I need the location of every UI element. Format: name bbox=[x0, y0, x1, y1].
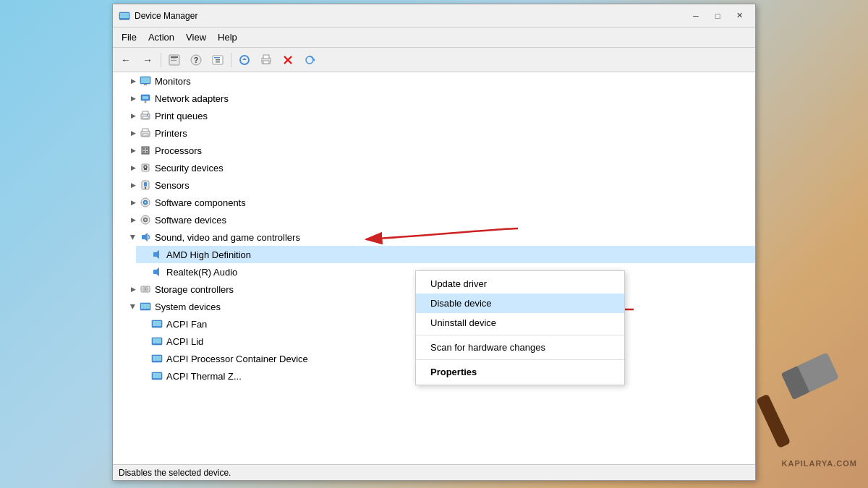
network-label: Network adapters bbox=[155, 93, 229, 104]
status-text: Disables the selected device. bbox=[119, 468, 231, 478]
menu-action[interactable]: Action bbox=[142, 30, 180, 45]
processors-icon bbox=[139, 144, 152, 157]
amd-label: AMD High Definition bbox=[166, 249, 251, 260]
tree-item-sensors[interactable]: ▶ Sensors bbox=[124, 176, 755, 194]
tree-item-printers[interactable]: ▶ Printers bbox=[124, 124, 755, 142]
svg-marker-53 bbox=[142, 233, 148, 241]
system-icon bbox=[139, 300, 152, 313]
acpi-processor-label: ACPI Processor Container Device bbox=[166, 354, 308, 364]
svg-rect-40 bbox=[146, 151, 148, 153]
software-components-icon bbox=[139, 196, 152, 209]
svg-rect-71 bbox=[756, 394, 791, 449]
menu-help[interactable]: Help bbox=[212, 30, 243, 45]
tree-arrow-security: ▶ bbox=[127, 162, 139, 174]
toolbar-update[interactable] bbox=[234, 51, 255, 69]
storage-label: Storage controllers bbox=[155, 284, 234, 295]
tree-item-software-devices[interactable]: ▶ Software devices bbox=[124, 211, 755, 228]
context-menu: Update driver Disable device Uninstall d… bbox=[415, 270, 625, 385]
minimize-button[interactable]: ─ bbox=[686, 9, 706, 23]
tree-item-processors[interactable]: ▶ Processors bbox=[124, 142, 755, 159]
svg-rect-34 bbox=[142, 134, 148, 136]
print-queues-label: Print queues bbox=[155, 111, 208, 121]
printers-icon bbox=[139, 127, 152, 140]
toolbar-back[interactable]: ← bbox=[116, 51, 136, 69]
svg-rect-15 bbox=[263, 55, 269, 59]
acpi-thermal-icon bbox=[150, 369, 163, 382]
svg-marker-55 bbox=[153, 267, 159, 276]
device-tree[interactable]: ▶ Monitors ▶ Network adapters ▶ bbox=[113, 72, 755, 464]
sensors-label: Sensors bbox=[155, 180, 190, 191]
toolbar-separator-2 bbox=[231, 53, 231, 67]
software-devices-icon bbox=[139, 213, 152, 226]
toolbar-device-tree[interactable] bbox=[208, 51, 228, 69]
svg-rect-60 bbox=[141, 304, 150, 309]
svg-rect-11 bbox=[216, 59, 220, 61]
tree-item-network[interactable]: ▶ Network adapters bbox=[124, 90, 755, 107]
svg-rect-16 bbox=[263, 61, 269, 64]
toolbar-print[interactable] bbox=[256, 51, 276, 69]
svg-rect-2 bbox=[119, 19, 129, 20]
tree-arrow-software-devices: ▶ bbox=[127, 214, 139, 226]
svg-rect-30 bbox=[142, 116, 148, 119]
ctx-separator-2 bbox=[416, 359, 624, 360]
monitors-label: Monitors bbox=[155, 76, 191, 87]
tree-arrow-sound: ▶ bbox=[127, 231, 139, 243]
tree-item-security[interactable]: ▶ Security devices bbox=[124, 159, 755, 176]
toolbar-forward[interactable]: → bbox=[137, 51, 158, 69]
ctx-properties[interactable]: Properties bbox=[416, 362, 624, 382]
close-button[interactable]: ✕ bbox=[729, 9, 749, 23]
tree-item-sound[interactable]: ▶ Sound, video and game controllers bbox=[124, 228, 755, 246]
tree-item-print-queues[interactable]: ▶ Print queues bbox=[124, 107, 755, 124]
svg-rect-38 bbox=[146, 148, 148, 150]
svg-rect-29 bbox=[142, 111, 148, 114]
ctx-uninstall-device[interactable]: Uninstall device bbox=[416, 313, 624, 333]
acpi-lid-icon bbox=[150, 335, 163, 348]
toolbar-remove[interactable] bbox=[278, 51, 298, 69]
tree-item-amd[interactable]: ▶ AMD High Definition bbox=[136, 246, 755, 263]
window-controls: ─ □ ✕ bbox=[686, 9, 749, 23]
svg-marker-54 bbox=[153, 250, 159, 259]
security-label: Security devices bbox=[155, 163, 224, 174]
svg-rect-23 bbox=[144, 84, 147, 85]
svg-text:?: ? bbox=[194, 56, 198, 64]
svg-rect-66 bbox=[153, 356, 161, 361]
ctx-separator-1 bbox=[416, 335, 624, 335]
svg-rect-22 bbox=[141, 77, 150, 83]
tree-item-monitors[interactable]: ▶ Monitors bbox=[124, 72, 755, 90]
toolbar-help[interactable]: ? bbox=[186, 51, 206, 69]
amd-icon bbox=[150, 248, 163, 261]
acpi-fan-label: ACPI Fan bbox=[166, 319, 207, 330]
menu-file[interactable]: File bbox=[116, 30, 142, 45]
tree-arrow-software-components: ▶ bbox=[127, 197, 139, 208]
network-icon bbox=[139, 92, 152, 105]
tree-arrow-network: ▶ bbox=[127, 93, 139, 104]
ctx-update-driver[interactable]: Update driver bbox=[416, 274, 624, 294]
ctx-disable-device[interactable]: Disable device bbox=[416, 294, 624, 313]
svg-rect-62 bbox=[153, 321, 161, 326]
tree-arrow-sensors: ▶ bbox=[127, 179, 139, 191]
svg-point-52 bbox=[145, 219, 146, 221]
desktop: Device Manager ─ □ ✕ File Action View He… bbox=[0, 0, 868, 488]
watermark: KAPILARYA.COM bbox=[782, 459, 857, 468]
restore-button[interactable]: □ bbox=[707, 9, 728, 23]
tree-item-software-components[interactable]: ▶ Software components bbox=[124, 194, 755, 211]
svg-rect-25 bbox=[142, 96, 148, 99]
svg-rect-10 bbox=[214, 57, 220, 59]
system-label: System devices bbox=[155, 301, 221, 312]
svg-rect-46 bbox=[145, 187, 146, 189]
svg-rect-4 bbox=[171, 56, 178, 58]
processors-label: Processors bbox=[155, 145, 202, 156]
svg-rect-5 bbox=[171, 59, 176, 59]
storage-icon bbox=[139, 283, 152, 296]
ctx-scan-hardware[interactable]: Scan for hardware changes bbox=[416, 338, 624, 357]
menu-view[interactable]: View bbox=[180, 30, 212, 45]
toolbar-scan[interactable] bbox=[299, 51, 320, 69]
svg-rect-12 bbox=[216, 61, 220, 63]
software-components-label: Software components bbox=[155, 197, 246, 208]
toolbar-properties[interactable] bbox=[164, 51, 184, 69]
printers-label: Printers bbox=[155, 128, 187, 139]
svg-rect-43 bbox=[144, 168, 147, 170]
print-queues-icon bbox=[139, 109, 152, 122]
window-icon bbox=[119, 10, 130, 22]
window-title: Device Manager bbox=[135, 11, 686, 21]
